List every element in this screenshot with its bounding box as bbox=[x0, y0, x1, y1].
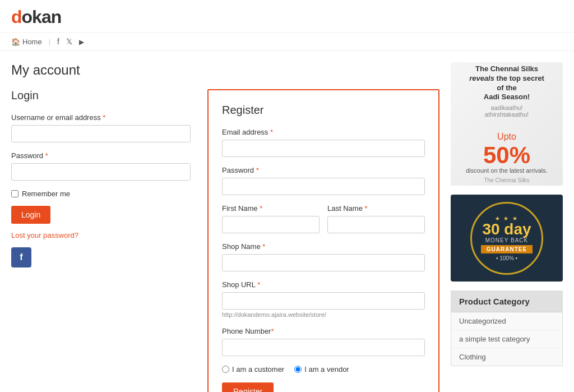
reg-password-input[interactable] bbox=[222, 178, 425, 195]
name-row: First Name * Last Name * bbox=[222, 204, 425, 242]
nav-separator: | bbox=[49, 38, 50, 46]
nav-facebook-link[interactable]: f bbox=[57, 37, 59, 46]
last-name-label: Last Name * bbox=[327, 204, 425, 213]
ad-headline: The Chennai Silks reveals the top secret… bbox=[466, 64, 548, 103]
register-title: Register bbox=[222, 104, 425, 117]
email-label: Email address * bbox=[222, 128, 425, 136]
password-group: Password * bbox=[11, 151, 191, 181]
customer-radio[interactable] bbox=[222, 366, 229, 373]
login-facebook-button[interactable]: f bbox=[11, 247, 31, 268]
ad-subheadline: aadikaathu!athirshtakaathu! bbox=[466, 104, 548, 118]
shop-name-group: Shop Name * bbox=[222, 242, 425, 271]
password-required: * bbox=[45, 151, 48, 160]
header: dokan bbox=[0, 0, 574, 33]
last-name-group: Last Name * bbox=[327, 204, 425, 233]
remember-checkbox[interactable] bbox=[11, 190, 18, 197]
nav-twitter-icon: 𝕏 bbox=[66, 37, 72, 46]
ad-content: The Chennai Silks reveals the top secret… bbox=[460, 62, 553, 186]
customer-vendor-row: I am a customer I am a vendor bbox=[222, 365, 425, 373]
sidebar-ad-banner: The Chennai Silks reveals the top secret… bbox=[451, 62, 563, 186]
ad-percent: Upto 50% bbox=[466, 120, 548, 167]
nav-facebook-icon: f bbox=[57, 37, 59, 46]
guarantee-days: 30 day bbox=[482, 222, 531, 237]
username-required: * bbox=[103, 113, 105, 122]
vendor-label: I am a vendor bbox=[304, 365, 349, 373]
shop-name-label: Shop Name * bbox=[222, 242, 425, 251]
product-category-header: Product Category bbox=[451, 291, 562, 312]
password-input[interactable] bbox=[11, 163, 191, 181]
main-container: My account Login Username or email addre… bbox=[0, 51, 574, 392]
phone-label: Phone Number* bbox=[222, 327, 425, 335]
customer-option: I am a customer bbox=[222, 365, 284, 373]
guarantee-box: ★ ★ ★ 30 day MONEY BACK GUARANTEE • 100%… bbox=[451, 195, 563, 282]
email-input[interactable] bbox=[222, 140, 425, 157]
email-required: * bbox=[270, 128, 273, 136]
logo-rest: okan bbox=[22, 7, 62, 27]
first-name-group: First Name * bbox=[222, 204, 320, 233]
last-name-input[interactable] bbox=[327, 216, 425, 233]
shop-url-input[interactable] bbox=[222, 292, 425, 310]
sidebar: The Chennai Silks reveals the top secret… bbox=[451, 62, 563, 392]
shop-url-label: Shop URL * bbox=[222, 280, 425, 289]
forms-row: Login Username or email address * Passwo… bbox=[11, 89, 439, 392]
register-button[interactable]: Register bbox=[222, 382, 274, 392]
content-area: My account Login Username or email addre… bbox=[11, 62, 439, 392]
reg-password-label: Password * bbox=[222, 166, 425, 174]
list-item: a simple test category bbox=[451, 330, 562, 348]
list-item: Uncategorized bbox=[451, 312, 562, 330]
logo-d: d bbox=[11, 7, 22, 27]
username-group: Username or email address * bbox=[11, 113, 191, 142]
reg-password-group: Password * bbox=[222, 166, 425, 195]
category-uncategorized-link[interactable]: Uncategorized bbox=[459, 317, 506, 325]
reg-password-required: * bbox=[256, 166, 259, 174]
password-label: Password * bbox=[11, 151, 191, 160]
home-icon: 🏠 bbox=[11, 38, 20, 46]
remember-label: Remember me bbox=[22, 190, 70, 198]
vendor-option: I am a vendor bbox=[294, 365, 349, 373]
vendor-radio[interactable] bbox=[294, 366, 302, 373]
guarantee-label: GUARANTEE bbox=[481, 245, 533, 253]
login-button[interactable]: Login bbox=[11, 206, 50, 224]
logo: dokan bbox=[11, 7, 563, 27]
page-title: My account bbox=[11, 62, 439, 78]
nav-twitter-link[interactable]: 𝕏 bbox=[66, 37, 72, 46]
nav-home-label: Home bbox=[22, 38, 42, 46]
lost-password-link[interactable]: Lost your password? bbox=[11, 231, 78, 239]
shop-url-hint: http://dokandemo.ajaira.website/store/ bbox=[222, 311, 425, 318]
nav-bar: 🏠 Home | f 𝕏 ▶ bbox=[0, 33, 574, 51]
shop-url-group: Shop URL * http://dokandemo.ajaira.websi… bbox=[222, 280, 425, 318]
username-input[interactable] bbox=[11, 125, 191, 142]
login-section: Login Username or email address * Passwo… bbox=[11, 89, 191, 392]
product-category-list: Uncategorized a simple test category Clo… bbox=[451, 312, 562, 366]
shop-name-input[interactable] bbox=[222, 254, 425, 271]
register-section: Register Email address * Password * bbox=[207, 89, 439, 392]
first-name-input[interactable] bbox=[222, 216, 320, 233]
category-clothing-link[interactable]: Clothing bbox=[459, 353, 486, 361]
phone-group: Phone Number* bbox=[222, 327, 425, 356]
username-label: Username or email address * bbox=[11, 113, 191, 122]
first-name-label: First Name * bbox=[222, 204, 320, 213]
nav-home-link[interactable]: 🏠 Home bbox=[11, 38, 42, 46]
category-test-link[interactable]: a simple test category bbox=[459, 335, 530, 343]
guarantee-money-back: MONEY BACK bbox=[485, 237, 529, 243]
login-facebook-wrapper: f bbox=[11, 239, 191, 268]
guarantee-circle: ★ ★ ★ 30 day MONEY BACK GUARANTEE • 100%… bbox=[470, 202, 543, 275]
phone-input[interactable] bbox=[222, 339, 425, 356]
product-category-box: Product Category Uncategorized a simple … bbox=[451, 290, 563, 366]
ad-brand: The Chennai Silks bbox=[466, 177, 548, 183]
login-title: Login bbox=[11, 89, 191, 102]
nav-youtube-icon: ▶ bbox=[79, 38, 84, 46]
ad-discount-text: discount on the latest arrivals. bbox=[466, 167, 548, 174]
email-group: Email address * bbox=[222, 128, 425, 157]
nav-youtube-link[interactable]: ▶ bbox=[79, 38, 84, 46]
remember-row: Remember me bbox=[11, 190, 191, 198]
list-item: Clothing bbox=[451, 348, 562, 366]
guarantee-percent: • 100% • bbox=[496, 255, 517, 261]
customer-label: I am a customer bbox=[232, 365, 284, 373]
